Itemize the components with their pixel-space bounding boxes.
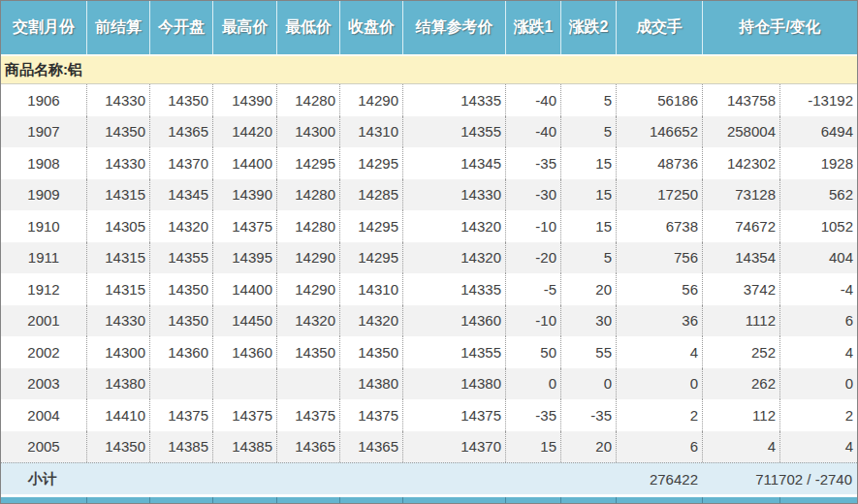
value-cell: 14310 bbox=[339, 273, 402, 305]
value-cell: 14320 bbox=[339, 305, 402, 337]
value-cell: 14330 bbox=[86, 84, 149, 116]
value-cell: 112 bbox=[702, 399, 779, 431]
value-cell: 4 bbox=[779, 431, 857, 463]
value-cell: 14345 bbox=[402, 147, 505, 179]
value-cell: 14330 bbox=[402, 179, 505, 211]
table-row: 1909143151434514390142801428514330-30151… bbox=[1, 179, 857, 211]
value-cell: -4 bbox=[779, 273, 857, 305]
value-cell: 14360 bbox=[402, 305, 505, 337]
value-cell: 14300 bbox=[86, 336, 149, 368]
value-cell: 0 bbox=[779, 368, 857, 400]
value-cell: 15 bbox=[560, 147, 616, 179]
value-cell: 4 bbox=[702, 431, 779, 463]
value-cell: 14395 bbox=[212, 242, 276, 274]
value-cell: 14280 bbox=[276, 179, 339, 211]
next-header-strip-cell bbox=[212, 497, 276, 504]
value-cell: 14360 bbox=[212, 336, 276, 368]
value-cell: 5 bbox=[560, 242, 616, 274]
value-cell: 14400 bbox=[212, 147, 276, 179]
value-cell: 14375 bbox=[149, 399, 212, 431]
delivery-month-cell: 1908 bbox=[1, 147, 86, 179]
value-cell: 50 bbox=[505, 336, 560, 368]
value-cell: 73128 bbox=[702, 179, 779, 211]
value-cell: 14280 bbox=[276, 84, 339, 116]
value-cell: 14335 bbox=[402, 84, 505, 116]
value-cell: 15 bbox=[505, 431, 560, 463]
value-cell: 14295 bbox=[339, 210, 402, 242]
value-cell: 14350 bbox=[86, 431, 149, 463]
value-cell: 2 bbox=[616, 399, 702, 431]
value-cell: 14385 bbox=[149, 431, 212, 463]
value-cell: 14305 bbox=[86, 210, 149, 242]
value-cell: 6 bbox=[779, 305, 857, 337]
next-header-strip-cell bbox=[339, 497, 402, 504]
value-cell: 0 bbox=[560, 368, 616, 400]
delivery-month-cell: 1909 bbox=[1, 179, 86, 211]
next-header-strip-cell bbox=[402, 497, 505, 504]
value-cell: 14380 bbox=[402, 368, 505, 400]
value-cell: 14315 bbox=[86, 273, 149, 305]
value-cell: 146652 bbox=[616, 116, 702, 148]
value-cell: 14410 bbox=[86, 399, 149, 431]
delivery-month-cell: 2005 bbox=[1, 431, 86, 463]
value-cell bbox=[149, 368, 212, 400]
value-cell: 252 bbox=[702, 336, 779, 368]
value-cell: 14370 bbox=[402, 431, 505, 463]
value-cell: 143758 bbox=[702, 84, 779, 116]
value-cell: 4 bbox=[779, 336, 857, 368]
value-cell: 14365 bbox=[276, 431, 339, 463]
value-cell: 14350 bbox=[149, 84, 212, 116]
value-cell: 4 bbox=[616, 336, 702, 368]
value-cell bbox=[276, 368, 339, 400]
header-change1: 涨跌1 bbox=[505, 1, 560, 54]
value-cell: 562 bbox=[779, 179, 857, 211]
value-cell: 14375 bbox=[339, 399, 402, 431]
value-cell: 20 bbox=[560, 273, 616, 305]
value-cell: 2 bbox=[779, 399, 857, 431]
header-open-interest-change: 持仓手/变化 bbox=[702, 1, 857, 54]
table-row: 1910143051432014375142801429514320-10156… bbox=[1, 210, 857, 242]
table-row: 1908143301437014400142951429514345-35154… bbox=[1, 147, 857, 179]
value-cell: 14380 bbox=[339, 368, 402, 400]
product-name-label: 商品名称:铝 bbox=[5, 61, 82, 79]
value-cell: 14450 bbox=[212, 305, 276, 337]
header-high: 最高价 bbox=[212, 1, 276, 54]
value-cell: 6494 bbox=[779, 116, 857, 148]
value-cell: 56186 bbox=[616, 84, 702, 116]
value-cell: -10 bbox=[505, 210, 560, 242]
value-cell: 56 bbox=[616, 273, 702, 305]
table-row: 1906143301435014390142801429014335-40556… bbox=[1, 84, 857, 116]
value-cell: 14290 bbox=[339, 84, 402, 116]
header-delivery-month: 交割月份 bbox=[1, 1, 86, 54]
value-cell: 14295 bbox=[339, 147, 402, 179]
value-cell: 1052 bbox=[779, 210, 857, 242]
value-cell: 1928 bbox=[779, 147, 857, 179]
value-cell: 0 bbox=[505, 368, 560, 400]
value-cell: -5 bbox=[505, 273, 560, 305]
value-cell: 14315 bbox=[86, 179, 149, 211]
next-header-strip bbox=[1, 494, 857, 504]
value-cell: 14350 bbox=[86, 116, 149, 148]
delivery-month-cell: 1911 bbox=[1, 242, 86, 274]
value-cell: 14355 bbox=[402, 116, 505, 148]
value-cell: 14320 bbox=[402, 210, 505, 242]
value-cell: 30 bbox=[560, 305, 616, 337]
value-cell: 142302 bbox=[702, 147, 779, 179]
value-cell: 14350 bbox=[339, 336, 402, 368]
next-header-strip-cell bbox=[505, 497, 560, 504]
value-cell: 14290 bbox=[276, 242, 339, 274]
value-cell: 14330 bbox=[86, 305, 149, 337]
value-cell: 14420 bbox=[212, 116, 276, 148]
value-cell: 14315 bbox=[86, 242, 149, 274]
next-header-strip-cell bbox=[616, 497, 702, 504]
value-cell: 3742 bbox=[702, 273, 779, 305]
value-cell: -13192 bbox=[779, 84, 857, 116]
delivery-month-cell: 2004 bbox=[1, 399, 86, 431]
value-cell: 262 bbox=[702, 368, 779, 400]
table-row: 2004144101437514375143751437514375-35-35… bbox=[1, 399, 857, 431]
value-cell: 14320 bbox=[149, 210, 212, 242]
value-cell: 14300 bbox=[276, 116, 339, 148]
header-prev-settlement: 前结算 bbox=[86, 1, 149, 54]
value-cell: 17250 bbox=[616, 179, 702, 211]
table-row: 1907143501436514420143001431014355-40514… bbox=[1, 116, 857, 148]
